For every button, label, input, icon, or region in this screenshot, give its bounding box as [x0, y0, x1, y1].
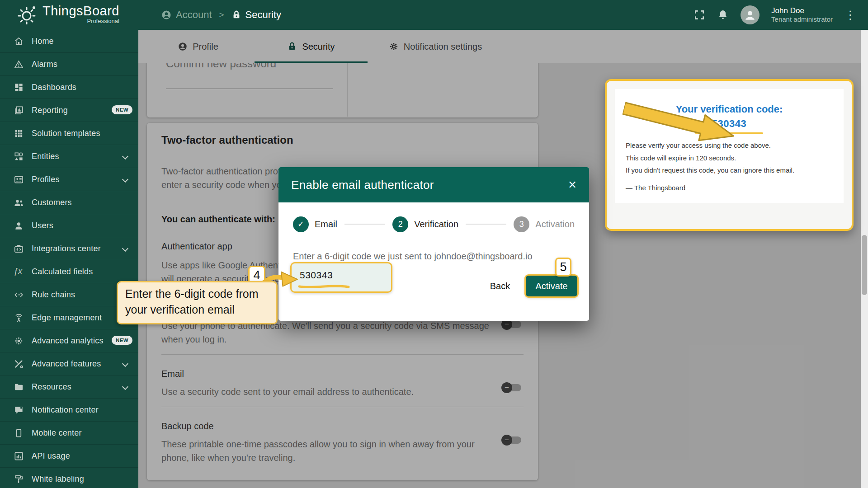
brand: ThingsBoard Professional	[17, 4, 119, 24]
sidebar-item-resources[interactable]: Resources	[0, 375, 138, 399]
users-icon	[14, 221, 24, 231]
avatar-person-icon	[743, 8, 757, 22]
function-icon: ƒx	[14, 267, 24, 277]
annotation-step-5-badge: 5	[555, 258, 571, 277]
sidebar-item-api-usage[interactable]: API usage	[0, 445, 138, 468]
sidebar-item-reporting[interactable]: Reporting NEW	[0, 99, 138, 122]
sidebar-item-calculated-fields[interactable]: ƒx Calculated fields	[0, 260, 138, 283]
notifications-bell-icon[interactable]	[717, 9, 729, 21]
step-email[interactable]: ✓ Email	[293, 216, 337, 232]
sidebar-item-home[interactable]: Home	[0, 30, 138, 53]
thingsboard-logo-icon	[17, 4, 38, 24]
verification-email-preview: Your verification code: 530343 Please ve…	[605, 79, 854, 231]
sidebar-item-users[interactable]: Users	[0, 214, 138, 237]
new-badge: NEW	[112, 105, 132, 114]
sidebar-item-advanced-features[interactable]: Advanced features	[0, 352, 138, 375]
sidebar-item-customers[interactable]: Customers	[0, 191, 138, 214]
rule-chains-icon	[14, 290, 24, 300]
sidebar-item-solution-templates[interactable]: Solution templates	[0, 122, 138, 145]
chevron-down-icon	[122, 361, 128, 367]
back-button[interactable]: Back	[484, 276, 516, 296]
integrations-icon	[14, 244, 24, 254]
breadcrumb: Account > Security	[161, 0, 281, 30]
user-name: John Doe	[771, 6, 833, 15]
annotation-underline	[298, 283, 352, 290]
user-role: Tenant administrator	[771, 15, 833, 24]
lock-icon	[231, 10, 241, 20]
sidebar: Home Alarms Dashboards Reporting NEW Sol…	[0, 30, 138, 488]
home-icon	[14, 36, 24, 47]
sidebar-item-dashboards[interactable]: Dashboards	[0, 76, 138, 99]
edge-management-icon	[14, 313, 24, 323]
sidebar-item-white-labeling[interactable]: White labeling	[0, 468, 138, 488]
mobile-center-icon	[14, 428, 24, 438]
step-number: 2	[392, 216, 408, 232]
fullscreen-icon[interactable]	[693, 9, 705, 21]
resources-folder-icon	[14, 382, 24, 392]
advanced-features-icon	[14, 359, 24, 369]
chevron-down-icon	[122, 384, 128, 390]
customers-icon	[14, 197, 24, 208]
sidebar-item-entities[interactable]: Entities	[0, 145, 138, 168]
email-line: If you didn't request this code, you can…	[626, 166, 794, 174]
notification-center-icon	[14, 405, 24, 415]
sidebar-item-alarms[interactable]: Alarms	[0, 53, 138, 76]
step-activation[interactable]: 3 Activation	[514, 216, 575, 232]
step-check-icon: ✓	[293, 216, 309, 232]
code-input-highlight	[290, 262, 392, 293]
dashboards-icon	[14, 82, 24, 93]
dialog-instruction: Enter a 6-digit code we just sent to joh…	[293, 251, 533, 262]
scrollbar-thumb[interactable]	[862, 235, 867, 295]
activate-button[interactable]: Activate	[526, 276, 577, 296]
email-signature: — The Thingsboard	[626, 184, 685, 192]
stepper-connector	[344, 224, 385, 225]
chevron-down-icon	[122, 245, 128, 252]
brand-name: ThingsBoard	[42, 4, 119, 19]
advanced-analytics-icon	[14, 336, 24, 346]
dialog-header: Enable email authenticator ×	[278, 167, 589, 202]
white-labeling-icon	[14, 474, 24, 484]
account-person-icon	[161, 9, 172, 20]
reporting-icon	[14, 105, 24, 116]
more-menu-icon[interactable]: ⋮	[844, 9, 856, 21]
sidebar-item-advanced-analytics[interactable]: Advanced analytics NEW	[0, 329, 138, 352]
app-header: ThingsBoard Professional Account >	[0, 0, 868, 30]
annotation-tooltip: Enter the 6-digit code from your verific…	[117, 281, 278, 324]
user-info[interactable]: John Doe Tenant administrator	[771, 6, 833, 24]
sidebar-item-notification-center[interactable]: Notification center	[0, 399, 138, 422]
email-line: This code will expire in 120 seconds.	[626, 154, 736, 162]
enable-email-authenticator-dialog: Enable email authenticator × ✓ Email 2 V…	[278, 167, 589, 321]
stepper-connector	[466, 224, 506, 225]
solution-templates-icon	[14, 128, 24, 139]
step-verification[interactable]: 2 Verification	[392, 216, 458, 232]
profiles-icon	[14, 174, 24, 185]
api-usage-icon	[14, 451, 24, 461]
breadcrumb-account[interactable]: Account	[161, 9, 212, 21]
stepper: ✓ Email 2 Verification 3 Activation	[293, 214, 575, 234]
new-badge: NEW	[112, 336, 132, 345]
alarms-icon	[14, 59, 24, 70]
entities-icon	[14, 151, 24, 162]
page-scrollbar	[861, 30, 868, 488]
sidebar-item-profiles[interactable]: Profiles	[0, 168, 138, 191]
step-number: 3	[514, 216, 529, 232]
header-actions: John Doe Tenant administrator ⋮	[693, 0, 856, 30]
close-icon[interactable]: ×	[564, 176, 581, 193]
dialog-title: Enable email authenticator	[291, 178, 434, 192]
breadcrumb-separator: >	[219, 10, 224, 20]
sidebar-item-mobile-center[interactable]: Mobile center	[0, 422, 138, 445]
chevron-down-icon	[122, 176, 128, 183]
sidebar-item-integrations-center[interactable]: Integrations center	[0, 237, 138, 260]
breadcrumb-security: Security	[231, 9, 281, 21]
avatar[interactable]	[741, 5, 760, 24]
chevron-down-icon	[122, 153, 128, 160]
thingsboard-app: ThingsBoard Professional Account >	[0, 0, 868, 488]
verification-code-input[interactable]	[300, 270, 381, 281]
brand-subtitle: Professional	[42, 18, 119, 24]
